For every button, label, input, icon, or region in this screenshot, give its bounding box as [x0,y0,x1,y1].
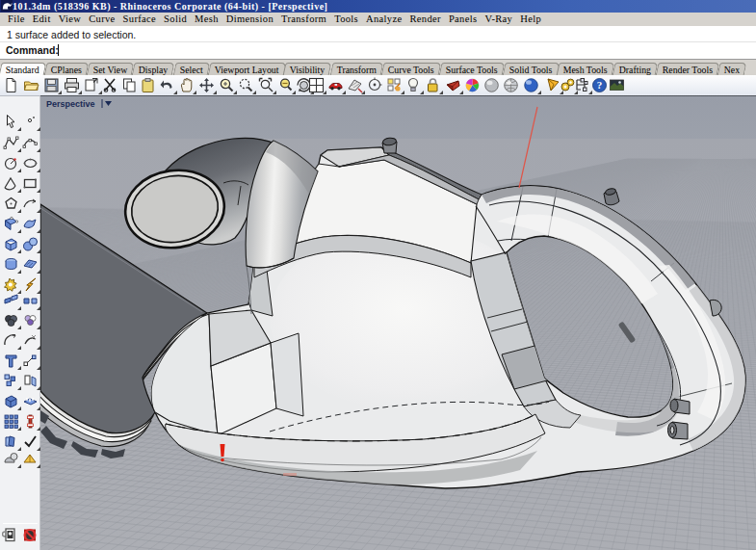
svg-text:?: ? [597,79,603,91]
svg-text:Perspective: Perspective [46,99,95,109]
